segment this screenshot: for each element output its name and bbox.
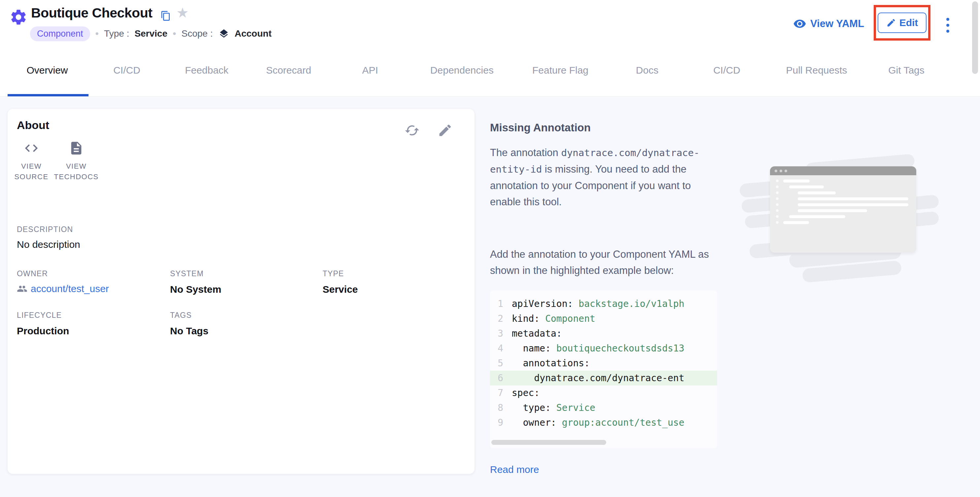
refresh-icon[interactable] — [404, 123, 420, 138]
code-key: type: — [512, 402, 556, 413]
code-line: 7spec: — [490, 386, 717, 400]
line-number: 6 — [490, 373, 503, 383]
code-key: metadata: — [512, 328, 562, 339]
about-heading: About — [17, 119, 49, 132]
code-line: 5 annotations: — [490, 356, 717, 371]
line-number: 9 — [490, 417, 503, 428]
annotation-body: The annotation dynatrace.com/dynatrace-e… — [490, 144, 719, 210]
line-number: 4 — [490, 343, 503, 354]
page-scrollbar[interactable] — [972, 1, 978, 74]
view-source-label: VIEW SOURCE — [9, 161, 54, 182]
code-key: spec: — [512, 387, 539, 399]
tab-pull-requests[interactable]: Pull Requests — [786, 65, 847, 76]
more-options-kebab-icon[interactable] — [945, 16, 951, 34]
mini-browser-window — [770, 166, 916, 253]
tab-cicd-2[interactable]: CI/CD — [713, 65, 740, 76]
lifecycle-label: LIFECYCLE — [17, 311, 62, 320]
page-title: Boutique Checkout — [31, 5, 152, 21]
code-horizontal-scrollbar[interactable] — [491, 440, 606, 445]
tab-api[interactable]: API — [362, 65, 378, 76]
read-more-link[interactable]: Read more — [490, 464, 539, 475]
tab-git-tags[interactable]: Git Tags — [888, 65, 924, 76]
entity-page: Boutique Checkout ★ Component • Type : S… — [0, 0, 980, 497]
code-line: 1apiVersion: backstage.io/v1alph — [490, 296, 717, 311]
tags-value: No Tags — [170, 326, 208, 337]
system-label: SYSTEM — [170, 269, 204, 278]
tab-feedback[interactable]: Feedback — [185, 65, 229, 76]
separator-dot: • — [95, 28, 99, 39]
view-source-button[interactable]: VIEW SOURCE — [9, 141, 54, 182]
code-value: backstage.io/v1alph — [579, 299, 684, 309]
line-number: 2 — [490, 313, 503, 324]
layers-icon — [219, 29, 229, 39]
description-value: No description — [17, 239, 80, 250]
people-icon — [17, 283, 27, 294]
edit-highlight-frame: Edit — [874, 5, 931, 41]
type-field-label: TYPE — [323, 269, 344, 278]
code-line: 4 name: boutiquecheckoutsdsds13 — [490, 341, 717, 356]
about-card: About VIEW SOURCE VIEW TECHD — [8, 109, 474, 474]
favorite-star-icon[interactable]: ★ — [176, 5, 189, 21]
edit-about-pencil-icon[interactable] — [438, 123, 453, 138]
tab-feature-flag[interactable]: Feature Flag — [532, 65, 589, 76]
eye-icon — [793, 17, 806, 30]
missing-annotation-heading: Missing Annotation — [490, 121, 591, 134]
line-number: 1 — [490, 299, 503, 309]
yaml-code-block: 1apiVersion: backstage.io/v1alph 2kind: … — [490, 291, 717, 448]
content-area: About VIEW SOURCE VIEW TECHD — [0, 97, 980, 497]
edit-button[interactable]: Edit — [878, 13, 927, 33]
page-header: Boutique Checkout ★ Component • Type : S… — [0, 0, 980, 97]
annotation-body-prefix: The annotation — [490, 147, 558, 159]
tab-overview[interactable]: Overview — [26, 65, 68, 76]
view-yaml-label: View YAML — [810, 18, 864, 30]
owner-link[interactable]: account/test_user — [31, 283, 109, 294]
mini-window-titlebar — [770, 166, 916, 175]
code-key: kind: — [512, 313, 545, 324]
view-yaml-button[interactable]: View YAML — [793, 17, 864, 30]
description-label: DESCRIPTION — [17, 225, 73, 234]
separator-dot: • — [173, 28, 176, 39]
code-icon — [24, 141, 39, 156]
code-value: boutiquecheckoutsdsds13 — [556, 343, 684, 354]
code-line: 8 type: Service — [490, 400, 717, 415]
tags-label: TAGS — [170, 311, 192, 320]
code-window-illustration — [740, 150, 944, 292]
active-tab-underline — [8, 94, 89, 96]
code-key: name: — [512, 343, 556, 354]
type-field-value: Service — [323, 284, 358, 295]
tab-dependencies[interactable]: Dependencies — [430, 65, 494, 76]
tab-scorecard[interactable]: Scorecard — [266, 65, 311, 76]
docs-icon — [69, 141, 84, 156]
scope-label: Scope : — [181, 29, 213, 39]
code-line: 9 owner: group:account/test_use — [490, 415, 717, 430]
view-techdocs-button[interactable]: VIEW TECHDOCS — [54, 141, 99, 182]
code-value: group:account/test_use — [562, 417, 684, 428]
code-line-highlighted: 6 dynatrace.com/dynatrace-ent — [490, 371, 717, 386]
view-techdocs-label: VIEW TECHDOCS — [54, 161, 99, 182]
code-value: Component — [545, 313, 595, 324]
lifecycle-value: Production — [17, 326, 69, 337]
line-number: 7 — [490, 387, 503, 399]
code-key: dynatrace.com/dynatrace-ent — [512, 373, 684, 383]
type-label: Type : — [104, 29, 129, 39]
tab-cicd[interactable]: CI/CD — [113, 65, 140, 76]
pencil-icon — [886, 18, 896, 28]
code-key: apiVersion: — [512, 299, 579, 309]
owner-value: account/test_user — [17, 283, 109, 294]
owner-label: OWNER — [17, 269, 48, 278]
type-value: Service — [134, 29, 167, 39]
line-number: 5 — [490, 358, 503, 368]
line-number: 8 — [490, 402, 503, 413]
entity-meta-row: Component • Type : Service • Scope : Acc… — [30, 26, 271, 41]
code-value: Service — [556, 402, 595, 413]
tab-docs[interactable]: Docs — [636, 65, 659, 76]
annotation-instruction: Add the annotation to your Component YAM… — [490, 246, 719, 278]
scope-value: Account — [234, 29, 271, 39]
code-key: annotations: — [512, 358, 590, 368]
code-key: owner: — [512, 417, 562, 428]
line-number: 3 — [490, 328, 503, 339]
system-value: No System — [170, 284, 221, 295]
kind-chip: Component — [30, 26, 90, 41]
edit-button-label: Edit — [899, 17, 918, 29]
copy-icon[interactable] — [161, 11, 171, 21]
